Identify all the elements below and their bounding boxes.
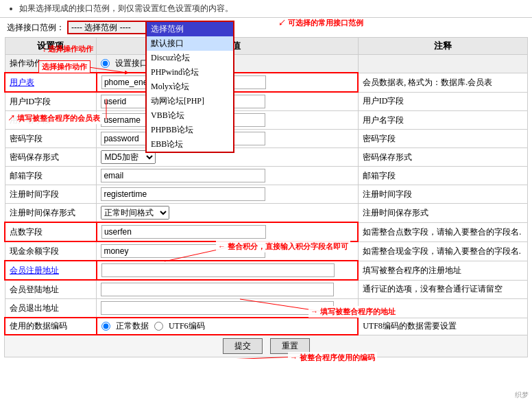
header-setting: 设置项 [5, 38, 97, 55]
interface-selector-label: 选择接口范例： [7, 22, 64, 34]
dropdown-item-molyx[interactable]: Molyx论坛 [147, 80, 233, 94]
table-row: 注册时间保存形式 正常时间格式 Unix时间戳 注册时间保存形式 [5, 204, 528, 223]
label-username: 用户名字段 [5, 111, 97, 130]
input-email[interactable] [101, 169, 265, 182]
main-settings-table: 设置项 参数值 注释 操作动作 设置接口参数 安装接口 [4, 37, 528, 335]
label-regtime: 注册时间字段 [5, 185, 97, 204]
table-row: 现金余额字段 如需整合现金字段，请输入要整合的字段名. [5, 241, 528, 261]
label-encoding: 使用的数据编码 [5, 318, 97, 335]
label-userid: 用户ID字段 [5, 92, 97, 111]
note-user-table: 会员数据表, 格式为：数据库.会员表 [358, 73, 527, 92]
note-encoding: UTF8编码的数据需要设置 [358, 318, 527, 335]
dropdown-item-vbb[interactable]: VBB论坛 [147, 108, 233, 123]
table-row: 会员登陆地址 通行证的选项，没有整合通行证请留空 [5, 280, 528, 299]
annotation-selectable-examples: ↙ 可选择的常用接口范例 [278, 18, 363, 28]
value-points [97, 222, 358, 241]
note-regtime-format: 注册时间保存形式 [358, 204, 527, 223]
input-regtime[interactable] [101, 187, 265, 201]
table-row: 会员注册地址 填写被整合程序的注册地址 [5, 261, 528, 280]
note-points: 如需整合点数字段，请输入要整合的字段名. [358, 222, 527, 241]
header-note: 注释 [358, 38, 527, 55]
table-row: 密码保存形式 MD5加密 明文 其他 密码保存形式 [5, 148, 528, 167]
note-userid: 用户ID字段 [358, 92, 527, 111]
table-row: 用户表 会员数据表, 格式为：数据库.会员表 [5, 73, 528, 92]
note-login-url: 通行证的选项，没有整合通行证请留空 [358, 280, 527, 299]
value-regtime [97, 185, 358, 204]
note-money: 如需整合现金字段，请输入要整合的字段名. [358, 241, 527, 261]
note-email: 邮箱字段 [358, 167, 527, 185]
note-logout-url [358, 299, 527, 318]
value-reg-url [97, 261, 358, 280]
table-row: 密码字段 密码字段 [5, 130, 528, 148]
top-note-text: 如果选择现成的接口范例，则仅需设置红色设置项的内容。 [19, 3, 527, 14]
input-money[interactable] [101, 244, 265, 258]
table-row: 邮箱字段 邮箱字段 [5, 167, 528, 185]
dropdown-header: 选择范例 [147, 22, 233, 36]
input-logout-url[interactable] [101, 301, 334, 315]
dropdown-item-default[interactable]: 默认接口 [147, 36, 233, 51]
radio-utf6-encoding[interactable] [154, 322, 163, 331]
value-money [97, 241, 358, 261]
value-login-url [97, 280, 358, 299]
label-user-table: 用户表 [5, 73, 97, 92]
label-login-url: 会员登陆地址 [5, 280, 97, 299]
value-encoding: 正常数据 UTF6编码 [97, 318, 358, 335]
radio-normal-encoding[interactable] [101, 322, 110, 331]
note-password: 密码字段 [358, 130, 527, 148]
action-row: 操作动作 设置接口参数 安装接口 [5, 55, 528, 73]
input-points[interactable] [101, 225, 266, 239]
radio-set-interface[interactable] [101, 59, 110, 68]
note-reg-url: 填写被整合程序的注册地址 [358, 261, 527, 280]
label-password-format: 密码保存形式 [5, 148, 97, 167]
label-email: 邮箱字段 [5, 167, 97, 185]
action-note [358, 55, 527, 73]
action-label: 操作动作 [5, 55, 97, 73]
table-row: 使用的数据编码 正常数据 UTF6编码 UTF8编码的数据需要设置 [5, 318, 528, 335]
table-row: 用户名字段 用户名字段 [5, 111, 528, 130]
label-logout-url: 会员退出地址 [5, 299, 97, 318]
value-email [97, 167, 358, 185]
table-row: 注册时间字段 注册时间字段 [5, 185, 528, 204]
input-reg-url[interactable] [101, 263, 335, 277]
label-reg-url: 会员注册地址 [5, 261, 97, 280]
value-logout-url [97, 299, 358, 318]
table-row: 用户ID字段 用户ID字段 [5, 92, 528, 111]
bottom-buttons-container: 提交 重置 [4, 335, 528, 357]
dropdown-item-discuz[interactable]: Discuz论坛 [147, 51, 233, 65]
note-password-format: 密码保存形式 [358, 148, 527, 167]
submit-button[interactable]: 提交 [223, 338, 263, 354]
table-row: 会员退出地址 [5, 299, 528, 318]
input-login-url[interactable] [101, 283, 334, 296]
note-regtime: 注册时间字段 [358, 185, 527, 204]
label-regtime-format: 注册时间保存形式 [5, 204, 97, 223]
note-username: 用户名字段 [358, 111, 527, 130]
dropdown-item-phpwind[interactable]: PHPwind论坛 [147, 65, 233, 80]
select-regtime-format[interactable]: 正常时间格式 Unix时间戳 [101, 206, 169, 220]
value-regtime-format: 正常时间格式 Unix时间戳 [97, 204, 358, 223]
label-password: 密码字段 [5, 130, 97, 148]
label-money: 现金余额字段 [5, 241, 97, 261]
radio-utf6-encoding-label: UTF6编码 [169, 320, 205, 332]
dropdown-item-phpbb[interactable]: PHPBB论坛 [147, 123, 233, 137]
reset-button[interactable]: 重置 [270, 338, 310, 354]
label-points: 点数字段 [5, 222, 97, 241]
radio-normal-encoding-label: 正常数据 [116, 320, 149, 332]
watermark: 织梦 [513, 390, 531, 401]
table-row: 点数字段 如需整合点数字段，请输入要整合的字段名. [5, 222, 528, 241]
dropdown-item-ebb[interactable]: EBB论坛 [147, 137, 233, 152]
dropdown-item-dvbbs[interactable]: 动网论坛[PHP] [147, 94, 233, 108]
